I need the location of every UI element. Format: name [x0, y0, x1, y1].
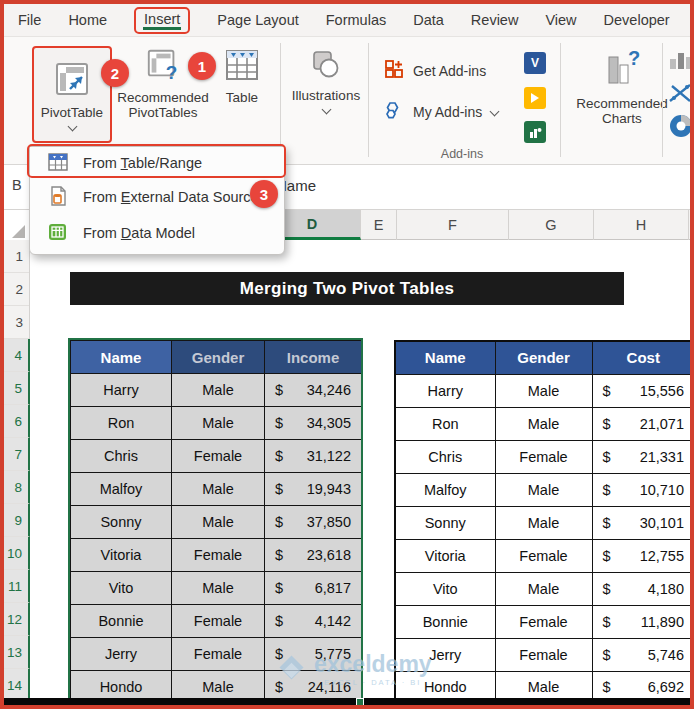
tab-home[interactable]: Home	[68, 12, 107, 28]
tab-formulas[interactable]: Formulas	[326, 12, 386, 28]
menu-item-from-data-model[interactable]: From Data Model	[30, 215, 284, 251]
get-addins-button[interactable]: Get Add-ins	[384, 59, 486, 83]
row-header-13[interactable]: 13	[4, 636, 30, 669]
visio-addin-icon[interactable]: V	[524, 52, 546, 74]
cell-gender[interactable]: Male	[172, 506, 265, 539]
cell-name[interactable]: Chris	[395, 440, 495, 473]
cell-gender[interactable]: Female	[495, 539, 592, 572]
row-header-11[interactable]: 11	[4, 570, 30, 603]
cell-amount[interactable]: $6,817	[265, 572, 362, 605]
cell-gender[interactable]: Male	[172, 407, 265, 440]
cell-gender[interactable]: Male	[172, 374, 265, 407]
income-table-header-income[interactable]: Income	[265, 341, 362, 374]
cell-amount[interactable]: $21,331	[592, 440, 694, 473]
tab-view[interactable]: View	[545, 12, 576, 28]
cell-amount[interactable]: $37,850	[265, 506, 362, 539]
select-all-corner[interactable]	[12, 225, 25, 238]
cell-amount[interactable]: $4,142	[265, 605, 362, 638]
cell-gender[interactable]: Male	[495, 506, 592, 539]
cell-amount[interactable]: $10,710	[592, 473, 694, 506]
table-button[interactable]: Table	[212, 47, 272, 105]
cell-name[interactable]: Vitoria	[395, 539, 495, 572]
cell-gender[interactable]: Female	[495, 440, 592, 473]
cell-name[interactable]: Harry	[71, 374, 172, 407]
cell-amount[interactable]: $34,246	[265, 374, 362, 407]
my-addins-button[interactable]: My Add-ins	[384, 100, 498, 124]
column-header-H[interactable]: H	[594, 210, 689, 240]
tab-developer[interactable]: Developer	[604, 12, 670, 28]
tab-review[interactable]: Review	[471, 12, 519, 28]
row-header-3[interactable]: 3	[4, 306, 29, 339]
cell-name[interactable]: Ron	[395, 407, 495, 440]
cell-gender[interactable]: Male	[495, 473, 592, 506]
cell-gender[interactable]: Male	[495, 407, 592, 440]
pivottable-button[interactable]: PivotTable	[32, 46, 112, 143]
bing-addin-icon[interactable]	[524, 87, 546, 109]
cell-name[interactable]: Vito	[71, 572, 172, 605]
cell-amount[interactable]: $12,755	[592, 539, 694, 572]
column-header-F[interactable]: F	[397, 210, 509, 240]
cell-gender[interactable]: Female	[172, 638, 265, 671]
cost-table-header-name[interactable]: Name	[395, 341, 495, 374]
cell-name[interactable]: Vitoria	[71, 539, 172, 572]
cell-name[interactable]: Sonny	[395, 506, 495, 539]
cell-name[interactable]: Malfoy	[395, 473, 495, 506]
cell-name[interactable]: Bonnie	[395, 605, 495, 638]
scatter-chart-icon[interactable]	[668, 81, 694, 109]
cell-amount[interactable]: $31,122	[265, 440, 362, 473]
cell-name[interactable]: Sonny	[71, 506, 172, 539]
cell-name[interactable]: Jerry	[71, 638, 172, 671]
tab-insert[interactable]: Insert	[134, 7, 190, 34]
column-chart-icon[interactable]	[668, 49, 694, 75]
cell-gender[interactable]: Male	[495, 572, 592, 605]
name-box[interactable]: B	[12, 177, 22, 193]
cell-amount[interactable]: $30,101	[592, 506, 694, 539]
cell-amount[interactable]: $23,618	[265, 539, 362, 572]
cell-gender[interactable]: Male	[172, 572, 265, 605]
pie-chart-icon[interactable]	[668, 113, 694, 143]
row-header-8[interactable]: 8	[4, 471, 30, 504]
row-header-7[interactable]: 7	[4, 438, 30, 471]
cell-gender[interactable]: Female	[172, 539, 265, 572]
menu-item-from-external-data-source[interactable]: From External Data Source	[30, 179, 284, 215]
people-graph-addin-icon[interactable]	[524, 121, 546, 143]
cell-amount[interactable]: $19,943	[265, 473, 362, 506]
row-header-12[interactable]: 12	[4, 603, 30, 636]
cell-amount[interactable]: $34,305	[265, 407, 362, 440]
cell-gender[interactable]: Female	[495, 605, 592, 638]
cell-name[interactable]: Malfoy	[71, 473, 172, 506]
cell-gender[interactable]: Female	[172, 440, 265, 473]
cell-amount[interactable]: $11,890	[592, 605, 694, 638]
cell-name[interactable]: Bonnie	[71, 605, 172, 638]
tab-page-layout[interactable]: Page Layout	[217, 12, 298, 28]
fill-handle[interactable]	[356, 698, 364, 706]
cell-gender[interactable]: Male	[172, 473, 265, 506]
cell-name[interactable]: Chris	[71, 440, 172, 473]
cell-amount[interactable]: $5,746	[592, 638, 694, 671]
income-table-header-name[interactable]: Name	[71, 341, 172, 374]
cost-table-header-gender[interactable]: Gender	[495, 341, 592, 374]
row-header-10[interactable]: 10	[4, 537, 30, 570]
row-header-1[interactable]: 1	[4, 240, 29, 273]
cell-amount[interactable]: $21,071	[592, 407, 694, 440]
tab-file[interactable]: File	[18, 12, 41, 28]
cell-amount[interactable]: $5,775	[265, 638, 362, 671]
cell-name[interactable]: Harry	[395, 374, 495, 407]
cell-name[interactable]: Ron	[71, 407, 172, 440]
cell-gender[interactable]: Female	[495, 638, 592, 671]
row-header-5[interactable]: 5	[4, 372, 30, 405]
column-header-E[interactable]: E	[361, 210, 397, 240]
cell-gender[interactable]: Female	[172, 605, 265, 638]
cell-name[interactable]: Jerry	[395, 638, 495, 671]
row-header-4[interactable]: 4	[4, 339, 30, 372]
row-header-6[interactable]: 6	[4, 405, 30, 438]
menu-item-from-table-range[interactable]: From Table/Range	[30, 147, 284, 179]
cell-name[interactable]: Vito	[395, 572, 495, 605]
cost-table-header-cost[interactable]: Cost	[592, 341, 694, 374]
income-table-header-gender[interactable]: Gender	[172, 341, 265, 374]
tab-data[interactable]: Data	[413, 12, 444, 28]
row-header-9[interactable]: 9	[4, 504, 30, 537]
illustrations-button[interactable]: Illustrations	[287, 49, 365, 113]
row-header-2[interactable]: 2	[4, 273, 29, 306]
cell-amount[interactable]: $4,180	[592, 572, 694, 605]
